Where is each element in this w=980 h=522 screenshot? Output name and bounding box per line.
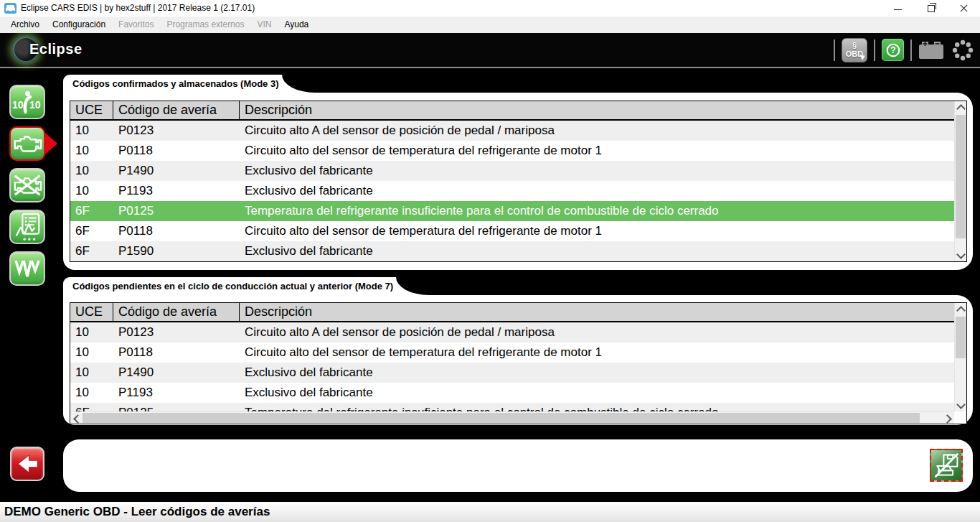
table-body: 10P0123Circuito alto A del sensor de pos…: [70, 322, 954, 411]
im-readiness-icon: 10 10: [11, 88, 43, 116]
cell-desc: Temperatura del refrigerante insuficient…: [240, 403, 954, 411]
panel-title: Códigos pendientes en el ciclo de conduc…: [63, 277, 396, 295]
battery-icon: [918, 41, 944, 60]
fault-code-row[interactable]: 6FP0125Temperatura del refrigerante insu…: [70, 403, 954, 411]
sidebar-button-read-fault-codes[interactable]: [9, 126, 45, 161]
chevron-left-icon: [73, 414, 83, 424]
cell-uce: 6F: [70, 221, 113, 241]
column-header-desc: Descripción: [240, 101, 954, 119]
status-text: DEMO Generic OBD - Leer códigos de averí…: [0, 502, 980, 522]
column-header-uce: UCE: [70, 101, 113, 119]
fault-code-row[interactable]: 10P1490Exclusivo del fabricante: [70, 363, 954, 383]
sidebar-button-im-readiness[interactable]: 10 10: [9, 85, 45, 119]
chevron-up-icon: [956, 104, 966, 113]
save-report-icon: [933, 452, 960, 479]
vertical-scrollbar[interactable]: [954, 303, 966, 411]
obd-help-icon[interactable]: ?: [882, 39, 904, 61]
cell-code: P0125: [113, 201, 240, 221]
menu-item-vin: VIN: [250, 17, 278, 33]
chevron-right-icon: [943, 414, 952, 424]
fault-code-table-mode7: UCE Código de avería Descripción 10P0123…: [70, 302, 967, 424]
cell-uce: 10: [70, 141, 113, 161]
menu-item-favoritos: Favoritos: [112, 17, 160, 33]
scroll-down-button[interactable]: [955, 399, 966, 411]
footer-panel: [63, 439, 973, 492]
cell-desc: Circuito alto del sensor de temperatura …: [240, 141, 954, 161]
restore-button[interactable]: [914, 0, 947, 17]
fault-code-table-mode3: UCE Código de avería Descripción 10P0123…: [70, 101, 967, 262]
cell-code: P0123: [113, 121, 240, 141]
window-controls: [881, 0, 980, 17]
fault-code-row[interactable]: 10P1490Exclusivo del fabricante: [70, 161, 954, 181]
tab-pending-codes: Códigos pendientes en el ciclo de conduc…: [63, 277, 396, 295]
table-header: UCE Código de avería Descripción: [70, 101, 954, 121]
cell-uce: 10: [70, 322, 113, 342]
close-button[interactable]: [947, 0, 980, 17]
selected-arrow-icon: [45, 133, 57, 154]
column-header-uce: UCE: [70, 303, 113, 321]
sidebar-button-freeze-frame[interactable]: [9, 251, 45, 286]
table-body: 10P0123Circuito alto A del sensor de pos…: [70, 121, 954, 261]
header-toolbar: § OBD ?: [827, 33, 974, 67]
panel-pending-codes: UCE Código de avería Descripción 10P0123…: [63, 295, 973, 425]
column-header-code: Código de avería: [113, 303, 240, 321]
toolbar-separator: [834, 39, 835, 61]
cell-uce: 10: [70, 363, 113, 383]
sidebar-button-clear-fault-codes[interactable]: [9, 168, 45, 202]
app-window: Eclipse CARS EDIS | by hex2stuff | 2017 …: [0, 0, 980, 522]
scroll-right-button[interactable]: [942, 412, 954, 424]
cell-desc: Circuito alto A del sensor de posición d…: [240, 322, 954, 342]
menu-item-programas-externos: Programas externos: [160, 17, 250, 33]
cell-code: P0118: [113, 342, 240, 363]
scroll-down-button[interactable]: [955, 249, 966, 261]
car-app-icon: [4, 3, 17, 14]
minimize-button[interactable]: [881, 0, 914, 17]
cell-code: P1193: [113, 383, 240, 403]
scroll-up-button[interactable]: [955, 303, 966, 315]
cell-desc: Exclusivo del fabricante: [240, 383, 954, 403]
cell-code: P0118: [113, 221, 240, 241]
spinner-dots-icon: [951, 39, 974, 62]
fault-code-row[interactable]: 10P0118Circuito alto del sensor de tempe…: [70, 342, 954, 363]
cell-desc: Exclusivo del fabricante: [240, 181, 954, 201]
data-recorder-icon: [12, 213, 42, 241]
fault-code-row[interactable]: 6FP0118Circuito alto del sensor de tempe…: [70, 221, 954, 241]
fault-code-row[interactable]: 10P0123Circuito alto A del sensor de pos…: [70, 121, 954, 141]
cell-desc: Exclusivo del fabricante: [240, 363, 954, 383]
chevron-down-icon: [956, 250, 966, 259]
scrollbar-thumb[interactable]: [83, 413, 920, 423]
freeze-frame-icon: [11, 256, 43, 281]
horizontal-scrollbar[interactable]: [70, 411, 954, 424]
cell-uce: 6F: [70, 241, 113, 261]
fault-code-row[interactable]: 10P1193Exclusivo del fabricante: [70, 383, 954, 403]
scroll-left-button[interactable]: [70, 412, 83, 424]
scroll-up-button[interactable]: [955, 101, 966, 113]
panel-title: Códigos confirmados y almacenados (Mode …: [63, 75, 282, 93]
cell-desc: Exclusivo del fabricante: [240, 161, 954, 181]
back-arrow-icon: [14, 450, 41, 477]
minimize-icon: [894, 9, 902, 10]
table-header: UCE Código de avería Descripción: [70, 303, 954, 322]
fault-code-row[interactable]: 10P1193Exclusivo del fabricante: [70, 181, 954, 201]
sidebar-button-live-data[interactable]: [9, 210, 45, 244]
panel-confirmed-codes: UCE Código de avería Descripción 10P0123…: [63, 93, 973, 270]
save-report-button[interactable]: [930, 449, 963, 482]
back-button[interactable]: [10, 447, 44, 481]
obd-protocol-icon[interactable]: § OBD: [842, 38, 867, 62]
cell-code: P1490: [113, 363, 240, 383]
fault-code-row[interactable]: 6FP0125Temperatura del refrigerante insu…: [70, 201, 954, 221]
menu-item-archivo[interactable]: Archivo: [4, 17, 46, 33]
fault-code-row[interactable]: 10P0118Circuito alto del sensor de tempe…: [70, 141, 954, 161]
vertical-scrollbar[interactable]: [954, 101, 966, 261]
cell-code: P1590: [113, 241, 240, 261]
scrollbar-thumb[interactable]: [956, 317, 966, 358]
fault-code-row[interactable]: 10P0123Circuito alto A del sensor de pos…: [70, 322, 954, 342]
fault-code-row[interactable]: 6FP1590Exclusivo del fabricante: [70, 241, 954, 261]
scrollbar-thumb[interactable]: [956, 115, 966, 238]
cell-code: P1490: [113, 161, 240, 181]
cell-desc: Circuito alto A del sensor de posición d…: [240, 121, 954, 141]
menu-item-ayuda[interactable]: Ayuda: [278, 17, 315, 33]
window-title: Eclipse CARS EDIS | by hex2stuff | 2017 …: [21, 0, 255, 17]
menu-item-configuración[interactable]: Configuración: [46, 17, 112, 33]
toolbar-separator: [910, 39, 912, 61]
